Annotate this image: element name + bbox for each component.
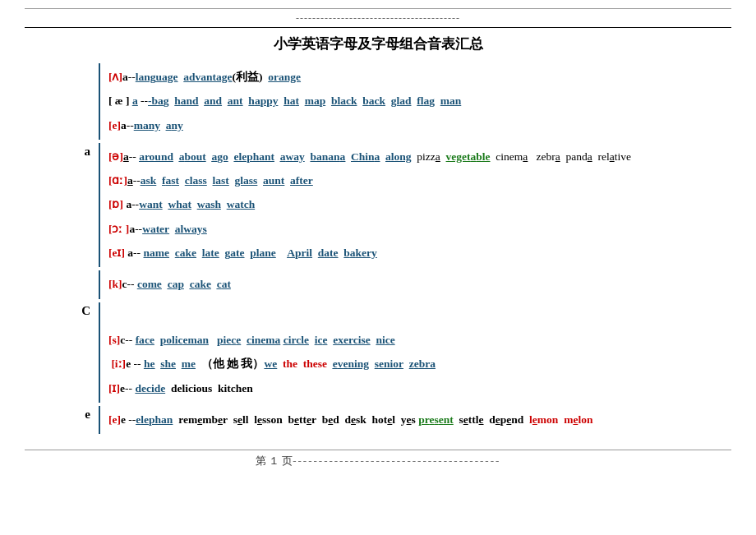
word-lesson: lesson (254, 413, 283, 426)
word-cap: cap (168, 278, 184, 290)
page-container: ----------------------------------------… (0, 0, 756, 485)
word-elephan: elephan (136, 413, 173, 426)
word-a2: a (132, 95, 138, 107)
section-a-top: [ʌ]a--language advantage(利益) orange [ æ … (66, 63, 731, 140)
line-a8: [eɪ] a-- name cake late gate plane April… (108, 243, 731, 263)
section-letter-a: a (66, 143, 99, 159)
word-she: she (160, 357, 176, 370)
word-the: the (283, 357, 297, 370)
word-c1: c (122, 278, 127, 290)
section-e-main: e [e]e --elephan remember sell lesson be… (66, 406, 731, 434)
word-april: April (287, 247, 312, 259)
bottom-line: 第 １ 页-----------------------------------… (25, 450, 731, 468)
word-date: date (318, 247, 339, 259)
word-glass: glass (235, 174, 258, 187)
word-a7: a (129, 223, 135, 235)
word-piece: piece (217, 334, 241, 346)
word-evening: evening (333, 357, 369, 370)
word-delicious: delicious (171, 382, 212, 394)
word-advantage: advantage (183, 71, 232, 83)
line-c4: [ɪ]e-- decide delicious kitchen (108, 379, 731, 399)
word-circle: circle (284, 334, 309, 346)
word-vegetable: vegetable (446, 150, 491, 163)
line-a2: [ æ ] a ---bag hand and ant happy hat ma… (108, 91, 731, 111)
word-many: many (134, 119, 160, 131)
word-back: back (362, 95, 385, 107)
word-language: language (136, 71, 178, 83)
word-c4: e (120, 382, 125, 394)
word-banana: banana (310, 150, 345, 163)
section-letter-empty1 (66, 63, 99, 65)
word-class: class (185, 174, 207, 187)
word-bakery: bakery (343, 247, 377, 259)
word-happy: happy (248, 95, 278, 107)
word-c2: c (120, 334, 125, 346)
word-settle: settle (459, 413, 484, 426)
phoneme-c3: [iː] (111, 357, 126, 370)
word-yes: yes (401, 413, 416, 426)
top-lines: ---------------------------------------- (25, 8, 731, 28)
word-bag: -bag (148, 95, 169, 107)
section-c-top: [k]c-- come cap cake cat (66, 270, 731, 298)
word-we: we (264, 357, 277, 370)
word-about: about (179, 150, 206, 163)
word-me: me (182, 357, 196, 370)
phoneme-a8: [eɪ] (108, 247, 125, 259)
cn-chars: （他 她 我） (201, 357, 265, 370)
word-gate: gate (225, 247, 245, 259)
word-he: he (144, 357, 155, 370)
section-a-main-lines: [ə]a-- around about ago elephant away ba… (99, 143, 731, 267)
word-want: want (139, 198, 163, 210)
word-man: man (440, 95, 462, 107)
line-c1: [k]c-- come cap cake cat (108, 274, 731, 294)
word-cinema: cinema (247, 334, 280, 346)
word-come: come (137, 278, 162, 290)
word-ask: ask (141, 174, 157, 187)
word-zebra: zebra (409, 357, 436, 370)
top-dashes: ---------------------------------------- (296, 12, 460, 24)
phoneme-e1: [e] (108, 413, 121, 426)
word-along: along (385, 150, 412, 163)
word-policeman: policeman (160, 334, 209, 346)
word-hand: hand (174, 95, 198, 107)
word-remember: remember (178, 413, 228, 426)
line-e1: [e]e --elephan remember sell lesson bett… (108, 410, 731, 430)
page-number: 第 １ 页 (256, 454, 293, 467)
line-c-blank (108, 307, 731, 326)
word-after: after (290, 174, 313, 187)
line-a3: [e]a--many any (108, 116, 731, 136)
word-these: these (303, 357, 327, 370)
section-a-main: a [ə]a-- around about ago elephant away … (66, 143, 731, 267)
word-ago: ago (211, 150, 228, 163)
word-advantage-cn: (利益) (233, 71, 263, 83)
word-cake: cake (175, 247, 196, 259)
word-water: water (142, 223, 169, 235)
word-around: around (139, 150, 173, 163)
word-cat: cat (217, 278, 231, 290)
word-melon: melon (564, 413, 592, 426)
word-map: map (305, 95, 326, 107)
word-exercise: exercise (333, 334, 370, 346)
section-a-lines: [ʌ]a--language advantage(利益) orange [ æ … (99, 63, 731, 140)
word-depend: depend (489, 413, 523, 426)
word-bed: bed (322, 413, 339, 426)
word-cake: cake (190, 278, 211, 290)
word-last: last (213, 174, 229, 187)
word-aunt: aunt (263, 174, 284, 187)
word-black: black (331, 95, 357, 107)
word-ice: ice (315, 334, 328, 346)
word-orange: orange (268, 71, 301, 83)
word-decide: decide (135, 382, 165, 394)
word-fast: fast (162, 174, 179, 187)
section-letter-empty2 (66, 270, 99, 272)
word-a3: a (121, 119, 127, 131)
word-glad: glad (391, 95, 412, 107)
word-c3: e (126, 357, 131, 370)
word-a8: a (127, 247, 133, 259)
word-and: and (204, 95, 222, 107)
word-wash: wash (197, 198, 221, 210)
word-a6: a (126, 198, 131, 210)
word-flag: flag (417, 95, 435, 107)
phoneme-a5: [ɑː] (108, 174, 127, 187)
line-c3: [iː]e -- he she me （他 她 我）we the these e… (108, 354, 731, 374)
